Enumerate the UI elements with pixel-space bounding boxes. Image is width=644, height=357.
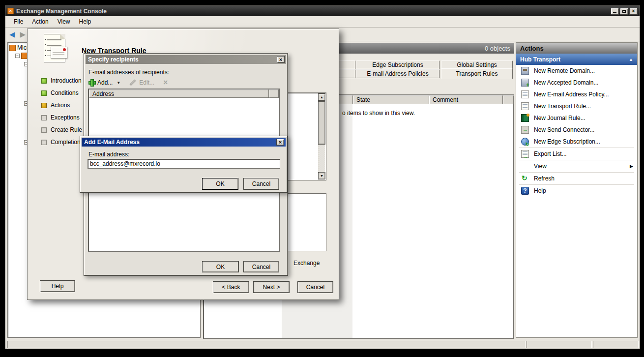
action-new-remote-domain[interactable]: New Remote Domain... (516, 65, 637, 77)
add-cancel-button[interactable]: Cancel (243, 178, 279, 190)
tree-collapse-icon[interactable]: − (15, 54, 20, 58)
help-icon (521, 187, 529, 195)
step-done-icon (41, 90, 47, 96)
recipients-toolbar: Add... ▼ Edit... × (89, 78, 168, 88)
scrollbar-track[interactable] (319, 145, 325, 172)
specify-ok-button[interactable]: OK (202, 261, 239, 272)
remote-domain-icon (521, 67, 529, 75)
background-text-fragment: Exchange (293, 260, 320, 267)
menu-action[interactable]: Action (28, 17, 53, 27)
action-new-send-connector[interactable]: New Send Connector... (516, 124, 637, 136)
wizard-step-actions: Actions (41, 100, 70, 110)
refresh-icon (521, 175, 529, 182)
restore-button[interactable] (620, 8, 628, 15)
action-new-edge-subscription[interactable]: New Edge Subscription... (516, 136, 637, 148)
add-email-address-title-bar: Add E-Mail Address (82, 138, 286, 147)
menu-bar: File Action View Help (5, 16, 640, 28)
vertical-scrollbar[interactable]: ▲ ▼ (318, 93, 325, 179)
back-button[interactable]: < Back (213, 281, 249, 293)
edge-subscription-icon (521, 138, 529, 146)
actions-pane-title: Actions (516, 43, 637, 54)
add-plus-icon (89, 80, 95, 86)
status-bar (5, 339, 640, 349)
email-address-input[interactable]: bcc_address@mxrecord.io (88, 159, 280, 169)
wizard-step-conditions: Conditions (41, 88, 79, 98)
close-icon[interactable]: × (276, 139, 284, 146)
close-icon[interactable]: × (277, 56, 285, 63)
close-button[interactable]: × (629, 8, 638, 15)
scroll-up-icon[interactable]: ▲ (318, 93, 325, 101)
forward-icon[interactable]: ▶ (20, 30, 26, 38)
email-address-policy-icon (521, 90, 529, 98)
step-pending-icon (41, 115, 47, 120)
text-caret (161, 161, 161, 167)
window-title-bar: × Exchange Management Console × (5, 6, 640, 16)
recipients-label: E-mail addresses of recipients: (88, 69, 169, 76)
add-button[interactable]: Add... (97, 79, 113, 86)
back-icon[interactable]: ◀ (9, 30, 15, 38)
column-header-stub[interactable] (269, 89, 279, 98)
menu-file[interactable]: File (9, 17, 28, 27)
window-title: Exchange Management Console (16, 8, 610, 15)
wizard-step-exceptions: Exceptions (41, 113, 80, 122)
actions-pane: Actions Hub Transport ▲ New Remote Domai… (516, 42, 638, 338)
empty-view-text: o items to show in this view. (342, 110, 415, 117)
chevron-up-icon[interactable]: ▲ (629, 57, 633, 62)
exchange-tree-icon (9, 45, 16, 51)
specify-cancel-button[interactable]: Cancel (243, 261, 279, 272)
tab-edge-subscriptions[interactable]: Edge Subscriptions (356, 60, 439, 69)
object-count: 0 objects (485, 45, 510, 52)
chevron-down-icon[interactable]: ▼ (117, 81, 120, 85)
delete-icon[interactable]: × (163, 78, 168, 87)
journal-rule-icon (521, 114, 529, 122)
recipients-list-header: Address (89, 89, 279, 98)
column-header-address[interactable]: Address (89, 89, 269, 98)
menu-view[interactable]: View (53, 17, 75, 27)
transport-rule-wizard-icon (44, 34, 69, 65)
step-current-icon (41, 103, 47, 108)
step-pending-icon (41, 127, 47, 133)
status-segment (7, 341, 526, 348)
accepted-domain-icon (521, 79, 529, 87)
transport-rule-icon (521, 102, 529, 110)
wizard-step-completion: Completion (41, 137, 81, 147)
hub-transport-group-header[interactable]: Hub Transport ▲ (516, 54, 637, 65)
action-export-list[interactable]: Export List... (516, 148, 637, 160)
status-segment (527, 341, 592, 348)
action-new-accepted-domain[interactable]: New Accepted Domain... (516, 77, 637, 89)
next-button[interactable]: Next > (253, 281, 290, 293)
specify-recipients-title-bar: Specify recipients (86, 55, 286, 64)
action-help[interactable]: Help (516, 185, 637, 197)
scroll-down-icon[interactable]: ▼ (318, 172, 325, 179)
exchange-app-icon: × (7, 8, 14, 14)
tab-email-address-policies[interactable]: E-mail Address Policies (356, 69, 439, 78)
export-list-icon (521, 150, 529, 158)
wizard-cancel-button[interactable]: Cancel (297, 281, 333, 293)
actions-list: New Remote Domain... New Accepted Domain… (516, 65, 637, 337)
action-new-email-address-policy[interactable]: New E-mail Address Policy... (516, 89, 637, 100)
column-header-state[interactable]: State (353, 95, 429, 104)
step-done-icon (41, 78, 47, 84)
column-header-stub[interactable] (503, 95, 514, 104)
action-new-journal-rule[interactable]: New Journal Rule... (516, 112, 637, 124)
status-segment (593, 341, 639, 348)
add-ok-button[interactable]: OK (202, 178, 238, 190)
wizard-help-button[interactable]: Help (40, 280, 75, 292)
minimize-button[interactable] (611, 8, 619, 15)
wizard-step-create-rule: Create Rule (41, 125, 82, 135)
tree-root-item[interactable]: Micr (9, 44, 29, 51)
chevron-right-icon: ▶ (630, 164, 633, 169)
scrollbar-thumb[interactable] (318, 101, 325, 145)
column-header-comment[interactable]: Comment (429, 95, 503, 104)
envelope-icon (51, 47, 67, 59)
step-pending-icon (41, 140, 47, 145)
action-new-transport-rule[interactable]: New Transport Rule... (516, 100, 637, 112)
minimize-icon (613, 12, 616, 13)
action-refresh[interactable]: Refresh (516, 173, 637, 184)
send-connector-icon (521, 126, 529, 134)
action-view[interactable]: View ▶ (516, 160, 637, 172)
edit-button[interactable]: Edit... (139, 79, 154, 86)
menu-help[interactable]: Help (75, 17, 96, 27)
email-address-label: E-mail address: (88, 151, 129, 158)
tab-transport-rules[interactable]: Transport Rules (441, 68, 513, 79)
